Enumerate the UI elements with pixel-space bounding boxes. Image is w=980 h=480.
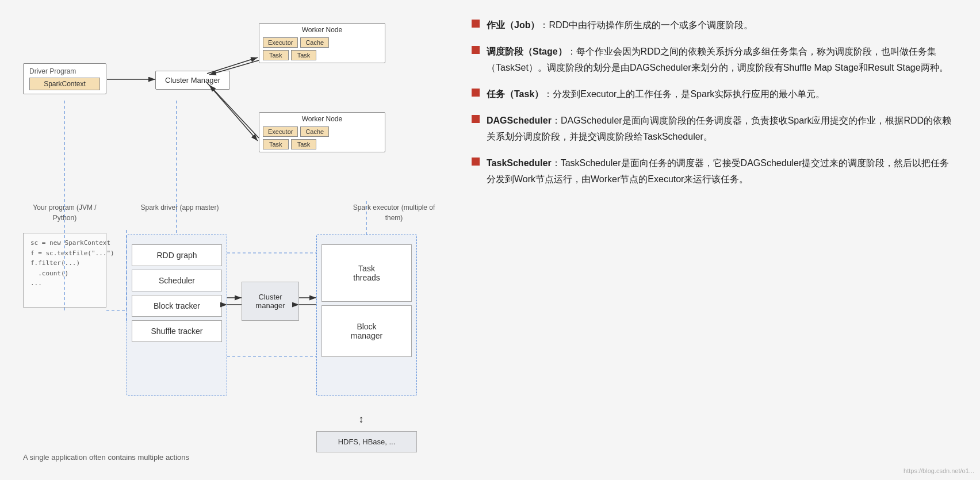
task-box-2b: Task <box>291 139 317 149</box>
code-text: sc = new SparkContext f = sc.textFile(".… <box>30 238 99 289</box>
svg-line-6 <box>207 83 258 141</box>
bullets-container: 作业（Job）：RDD中由行动操作所生成的一个或多个调度阶段。调度阶段（Stag… <box>472 17 957 187</box>
bullet-text-2: 任务（Task）：分发到Executor上的工作任务，是Spark实际执行应用的… <box>487 86 825 102</box>
caption-driver: Spark driver (app master) <box>135 202 224 213</box>
driver-program-box: Driver Program SparkContext <box>23 63 106 94</box>
block-manager-box: Blockmanager <box>321 305 412 357</box>
shuffle-tracker-box: Shuffle tracker <box>132 320 222 342</box>
bullet-square-0 <box>472 20 480 28</box>
code-box: sc = new SparkContext f = sc.textFile(".… <box>23 233 106 308</box>
spark-executor-dashed-box: Taskthreads Blockmanager <box>316 235 417 395</box>
right-panel: 作业（Job）：RDD中由行动操作所生成的一个或多个调度阶段。调度阶段（Stag… <box>449 0 980 480</box>
driver-program-label: Driver Program <box>29 67 100 75</box>
bottom-caption-text: A single application often contains mult… <box>23 453 189 462</box>
bullet-square-4 <box>472 158 480 166</box>
bullet-text-0: 作业（Job）：RDD中由行动操作所生成的一个或多个调度阶段。 <box>487 17 753 33</box>
caption-program-text: Your program (JVM / Python) <box>33 203 96 222</box>
hdfs-box: HDFS, HBase, ... <box>316 431 417 452</box>
spark-driver-dashed-box: RDD graph Scheduler Block tracker Shuffl… <box>127 235 227 395</box>
diagram-area: Worker Node Executor Cache Task Task Wor… <box>12 11 437 469</box>
bullet-item-2: 任务（Task）：分发到Executor上的工作任务，是Spark实际执行应用的… <box>472 86 957 102</box>
caption-executor-text: Spark executor (multiple of them) <box>353 203 435 222</box>
worker-node-1: Worker Node Executor Cache Task Task <box>259 23 385 63</box>
svg-line-8 <box>209 85 259 138</box>
bullet-text-3: DAGScheduler：DAGScheduler是面向调度阶段的任务调度器，负… <box>487 113 957 145</box>
diagram-panel: Worker Node Executor Cache Task Task Wor… <box>0 0 449 480</box>
bullet-text-4: TaskScheduler：TaskScheduler是面向任务的调度器，它接受… <box>487 155 957 187</box>
hdfs-text: HDFS, HBase, ... <box>338 437 396 446</box>
bullet-square-1 <box>472 46 480 54</box>
worker-node-1-label: Worker Node <box>259 24 385 35</box>
cluster-manager-top: Cluster Manager <box>155 71 230 90</box>
bullet-square-2 <box>472 89 480 97</box>
executor-box-1: Executor <box>263 37 298 48</box>
task-box-2a: Task <box>263 139 289 149</box>
watermark: https://blog.csdn.net/o1... <box>904 467 974 474</box>
worker-node-2-label: Worker Node <box>259 113 385 124</box>
task-box-1b: Task <box>291 50 317 60</box>
svg-text:↕: ↕ <box>359 413 364 425</box>
bullet-square-3 <box>472 115 480 123</box>
bottom-caption: A single application often contains mult… <box>23 453 189 462</box>
caption-driver-text: Spark driver (app master) <box>140 203 219 212</box>
worker-node-2: Worker Node Executor Cache Task Task <box>259 112 385 152</box>
task-threads-box: Taskthreads <box>321 244 412 302</box>
executor-box-2: Executor <box>263 126 298 137</box>
cache-box-2: Cache <box>300 126 329 137</box>
rdd-graph-box: RDD graph <box>132 244 222 266</box>
bullet-item-3: DAGScheduler：DAGScheduler是面向调度阶段的任务调度器，负… <box>472 113 957 145</box>
scheduler-box: Scheduler <box>132 270 222 291</box>
spark-context-box: SparkContext <box>29 78 100 90</box>
cluster-manager-center-text: Cluster manager <box>255 293 285 310</box>
block-tracker-box: Block tracker <box>132 295 222 317</box>
bullet-item-1: 调度阶段（Stage）：每个作业会因为RDD之间的依赖关系拆分成多组任务集合，称… <box>472 44 957 76</box>
caption-program: Your program (JVM / Python) <box>23 202 106 223</box>
bullet-item-0: 作业（Job）：RDD中由行动操作所生成的一个或多个调度阶段。 <box>472 17 957 33</box>
cluster-manager-center: Cluster manager <box>242 282 299 321</box>
cache-box-1: Cache <box>300 37 329 48</box>
task-box-1a: Task <box>263 50 289 60</box>
bullet-item-4: TaskScheduler：TaskScheduler是面向任务的调度器，它接受… <box>472 155 957 187</box>
bullet-text-1: 调度阶段（Stage）：每个作业会因为RDD之间的依赖关系拆分成多组任务集合，称… <box>487 44 957 76</box>
caption-executor: Spark executor (multiple of them) <box>351 202 437 223</box>
